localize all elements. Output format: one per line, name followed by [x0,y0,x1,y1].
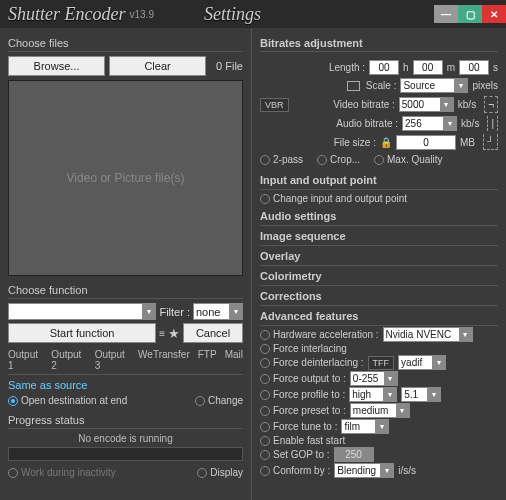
scale-select[interactable]: Source [400,78,468,93]
app-title: Shutter Encoder [8,4,125,25]
fout-radio[interactable]: Force output to : [260,373,346,384]
iss-label: i/s/s [398,465,416,476]
vbitrate-label: Video bitrate : [293,99,395,110]
2pass-radio[interactable]: 2-pass [260,154,303,165]
vbr-tag[interactable]: VBR [260,98,289,112]
advanced-heading: Advanced features [260,307,498,326]
display-radio[interactable]: Display [197,467,243,478]
choose-function-heading: Choose function [8,284,243,299]
same-as-source: Same as source [8,379,243,391]
colorimetry-heading[interactable]: Colorimetry [260,267,498,286]
settings-title: Settings [204,4,261,25]
lock-icon[interactable]: 🔒 [380,137,392,148]
tab-ftp[interactable]: FTP [198,349,217,371]
fprof-select[interactable]: high [349,387,397,402]
overlay-heading[interactable]: Overlay [260,247,498,266]
fout-select[interactable]: 0-255 [350,371,398,386]
ftune-select[interactable]: film [341,419,389,434]
filter-select[interactable]: none [193,303,243,320]
filesize-label: File size : [260,137,376,148]
hwaccel-radio[interactable]: Hardware acceleration : [260,329,379,340]
io-heading: Input and output point [260,171,498,190]
tab-output1[interactable]: Output 1 [8,349,43,371]
browse-button[interactable]: Browse... [8,56,105,76]
corrections-heading[interactable]: Corrections [260,287,498,306]
pixels-label: pixels [472,80,498,91]
fprof2-select[interactable]: 5.1 [401,387,441,402]
vbitrate-link-icon: ¬ [484,96,498,113]
length-h[interactable]: 00 [369,60,399,75]
progress-text: No encode is running [8,433,243,444]
abitrate-label: Audio bitrate : [260,118,398,129]
filesize-input[interactable]: 0 [396,135,456,150]
sgop-input[interactable]: 250 [334,447,374,462]
length-label: Length : [329,62,365,73]
length-m[interactable]: 00 [413,60,443,75]
ftune-radio[interactable]: Force tune to : [260,421,337,432]
fint-radio[interactable]: Force interlacing [260,343,347,354]
file-placeholder: Video or Picture file(s) [67,171,185,185]
imgseq-heading[interactable]: Image sequence [260,227,498,246]
filesize-link-icon: ┘ [483,134,498,150]
tff-tag[interactable]: TFF [368,356,395,370]
bitrates-heading: Bitrates adjustment [260,37,498,52]
maximize-button[interactable]: ▢ [458,5,482,23]
fpreset-radio[interactable]: Force preset to : [260,405,346,416]
maxq-radio[interactable]: Max. Quality [374,154,443,165]
tab-wetransfer[interactable]: WeTransfer [138,349,190,371]
filter-label: Filter : [159,306,190,318]
close-button[interactable]: ✕ [482,5,506,23]
minimize-button[interactable]: — [434,5,458,23]
fdeint-radio[interactable]: Force deinterlacing : [260,357,364,368]
progress-bar [8,447,243,461]
deint-select[interactable]: yadif [398,355,446,370]
link-icon: | [487,116,498,131]
scale-label: Scale : [366,80,397,91]
change-radio[interactable]: Change [195,395,243,406]
fprof-radio[interactable]: Force profile to : [260,389,345,400]
cancel-button[interactable]: Cancel [183,323,243,343]
open-dest-radio[interactable]: Open destination at end [8,395,127,406]
work-inactivity-radio[interactable]: Work during inactivity [8,467,116,478]
output-tabs: Output 1 Output 2 Output 3 WeTransfer FT… [8,349,243,371]
kbs-label2: kb/s [461,118,479,129]
function-select[interactable] [8,303,156,320]
star-icon[interactable]: ★ [168,326,180,341]
file-count: 0 File [216,60,243,72]
tab-output3[interactable]: Output 3 [95,349,130,371]
conform-select[interactable]: Blending [334,463,394,478]
efs-radio[interactable]: Enable fast start [260,435,345,446]
kbs-label: kb/s [458,99,476,110]
io-change-radio[interactable]: Change input and output point [260,193,407,204]
monitor-icon [347,81,360,91]
sgop-radio[interactable]: Set GOP to : [260,449,330,460]
menu-icon[interactable]: ≡ [159,328,165,339]
tab-output2[interactable]: Output 2 [51,349,86,371]
conform-radio[interactable]: Conform by : [260,465,330,476]
app-version: v13.9 [129,9,153,20]
length-s[interactable]: 00 [459,60,489,75]
clear-button[interactable]: Clear [109,56,206,76]
progress-heading: Progress status [8,414,243,429]
vbitrate-input[interactable]: 5000 [399,97,454,112]
abitrate-input[interactable]: 256 [402,116,457,131]
file-drop-area[interactable]: Video or Picture file(s) [8,80,243,276]
choose-files-heading: Choose files [8,37,243,52]
mb-label: MB [460,137,475,148]
tab-mail[interactable]: Mail [225,349,243,371]
start-button[interactable]: Start function [8,323,156,343]
hwaccel-select[interactable]: Nvidia NVENC [383,327,473,342]
fpreset-select[interactable]: medium [350,403,410,418]
audio-heading[interactable]: Audio settings [260,207,498,226]
crop-radio[interactable]: Crop... [317,154,360,165]
